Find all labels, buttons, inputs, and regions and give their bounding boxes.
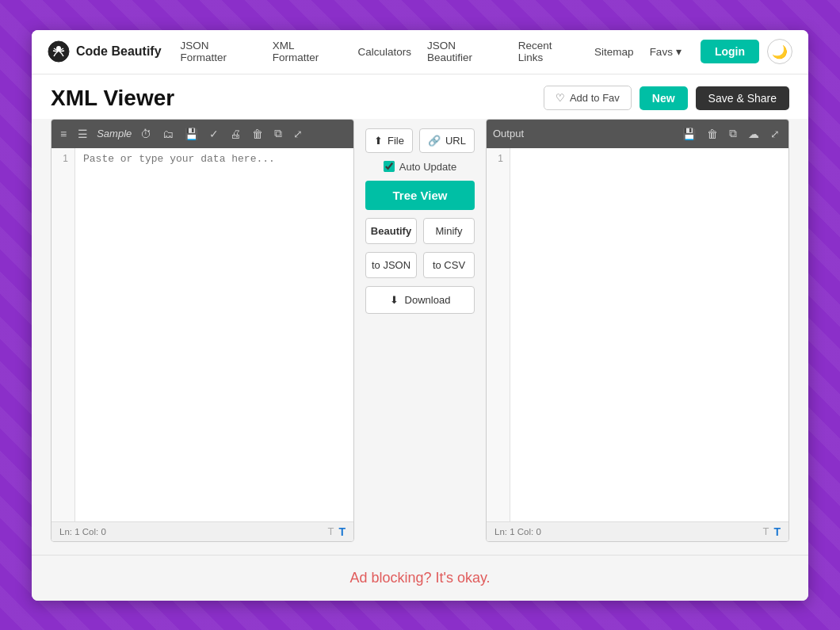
output-font-decrease-icon[interactable]: T: [762, 525, 769, 537]
nav-json-formatter[interactable]: JSON Formatter: [181, 40, 257, 63]
sample-label: Sample: [97, 128, 132, 139]
minify-button[interactable]: Minify: [423, 218, 475, 244]
add-to-fav-label: Add to Fav: [570, 92, 620, 104]
ad-text: Ad blocking? It's okay.: [32, 570, 808, 586]
list-icon[interactable]: ≡: [58, 126, 69, 142]
auto-update-label: Auto Update: [399, 161, 456, 173]
save-icon[interactable]: 💾: [182, 126, 200, 142]
convert-row: to JSON to CSV: [365, 252, 475, 278]
brand-icon: [48, 40, 70, 63]
input-footer: Ln: 1 Col: 0 T T: [52, 521, 353, 541]
font-decrease-icon[interactable]: T: [328, 525, 334, 537]
output-toolbar: Output 💾 🗑 ⧉ ☁ ⤢: [487, 120, 788, 148]
expand-icon[interactable]: ⤢: [291, 126, 305, 142]
output-footer: Ln: 1 Col: 0 T T: [487, 521, 788, 541]
to-csv-button[interactable]: to CSV: [423, 252, 475, 278]
url-button[interactable]: 🔗 URL: [419, 128, 475, 153]
input-editor-body: 1: [52, 148, 353, 521]
main-nav: JSON Formatter XML Formatter Calculators…: [181, 40, 682, 63]
output-editor-body: 1: [487, 148, 788, 521]
history-icon[interactable]: ⏱: [138, 126, 154, 142]
upload-icon: ⬆: [374, 135, 383, 147]
middle-controls: ⬆ File 🔗 URL Auto Update Tree View Beaut…: [354, 119, 486, 542]
new-button[interactable]: New: [640, 86, 688, 110]
nav-favs[interactable]: Favs ▾: [650, 45, 682, 58]
heart-icon: ♡: [556, 92, 565, 104]
file-button[interactable]: ⬆ File: [365, 128, 413, 153]
output-label: Output: [493, 128, 674, 139]
login-button[interactable]: Login: [701, 40, 759, 63]
brand-name: Code Beautify: [76, 44, 162, 59]
nav-recent-links[interactable]: Recent Links: [518, 40, 578, 63]
nav-sitemap[interactable]: Sitemap: [594, 46, 634, 58]
output-panel: Output 💾 🗑 ⧉ ☁ ⤢ 1 Ln: 1 Col: 0 T T: [486, 119, 789, 542]
navbar: Code Beautify JSON Formatter XML Formatt…: [32, 30, 808, 74]
favs-chevron-icon: ▾: [676, 45, 682, 58]
output-footer-right: T T: [762, 525, 781, 538]
input-status: Ln: 1 Col: 0: [59, 527, 106, 536]
page-header-actions: ♡ Add to Fav New Save & Share: [544, 86, 789, 110]
output-line-numbers: 1: [487, 148, 510, 521]
download-icon: ⬇: [390, 294, 399, 306]
copy-icon[interactable]: ⧉: [272, 125, 284, 142]
beautify-minify-row: Beautify Minify: [365, 218, 475, 244]
link-icon: 🔗: [428, 135, 441, 147]
page-header: XML Viewer ♡ Add to Fav New Save & Share: [32, 74, 808, 119]
download-button[interactable]: ⬇ Download: [365, 286, 475, 314]
output-copy-icon[interactable]: ⧉: [727, 125, 739, 142]
line-numbers: 1: [52, 148, 75, 521]
editor-area: ≡ ☰ Sample ⏱ 🗂 💾 ✓ 🖨 🗑 ⧉ ⤢ 1 Ln: 1 Col: …: [32, 119, 808, 555]
output-expand-icon[interactable]: ⤢: [768, 126, 782, 142]
auto-update-row: Auto Update: [384, 161, 456, 173]
trash-icon[interactable]: 🗑: [250, 126, 265, 142]
auto-update-checkbox[interactable]: [384, 161, 395, 172]
moon-icon: 🌙: [772, 44, 788, 59]
folder-icon[interactable]: 🗂: [160, 126, 176, 142]
url-label: URL: [445, 135, 466, 147]
check-icon[interactable]: ✓: [207, 126, 221, 142]
to-json-button[interactable]: to JSON: [365, 252, 417, 278]
menu-icon[interactable]: ☰: [75, 126, 90, 142]
beautify-button[interactable]: Beautify: [365, 218, 417, 244]
upload-row: ⬆ File 🔗 URL: [365, 128, 475, 153]
font-increase-icon[interactable]: T: [338, 525, 346, 538]
page-title: XML Viewer: [51, 86, 174, 111]
download-label: Download: [405, 294, 451, 306]
output-font-increase-icon[interactable]: T: [773, 525, 781, 538]
navbar-actions: Login 🌙: [701, 39, 792, 64]
dark-mode-button[interactable]: 🌙: [767, 39, 792, 64]
input-textarea[interactable]: [75, 148, 353, 521]
favs-label: Favs: [650, 46, 673, 58]
tree-view-button[interactable]: Tree View: [365, 181, 475, 210]
nav-json-beautifier[interactable]: JSON Beautifier: [427, 40, 502, 63]
output-save-icon[interactable]: 💾: [680, 126, 698, 142]
input-panel: ≡ ☰ Sample ⏱ 🗂 💾 ✓ 🖨 🗑 ⧉ ⤢ 1 Ln: 1 Col: …: [51, 119, 354, 542]
print-icon[interactable]: 🖨: [227, 126, 243, 142]
input-toolbar: ≡ ☰ Sample ⏱ 🗂 💾 ✓ 🖨 🗑 ⧉ ⤢: [52, 120, 353, 148]
add-to-fav-button[interactable]: ♡ Add to Fav: [544, 86, 632, 110]
output-textarea: [510, 148, 788, 521]
output-cloud-icon[interactable]: ☁: [746, 126, 762, 142]
svg-point-0: [48, 41, 69, 62]
file-label: File: [388, 135, 404, 147]
output-status: Ln: 1 Col: 0: [494, 527, 541, 536]
nav-xml-formatter[interactable]: XML Formatter: [273, 40, 342, 63]
output-trash-icon[interactable]: 🗑: [704, 126, 720, 142]
ad-section: Ad blocking? It's okay.: [32, 555, 808, 601]
input-footer-right: T T: [328, 525, 346, 538]
nav-calculators[interactable]: Calculators: [357, 46, 411, 58]
save-share-button[interactable]: Save & Share: [696, 86, 789, 110]
brand-logo[interactable]: Code Beautify: [48, 40, 162, 63]
